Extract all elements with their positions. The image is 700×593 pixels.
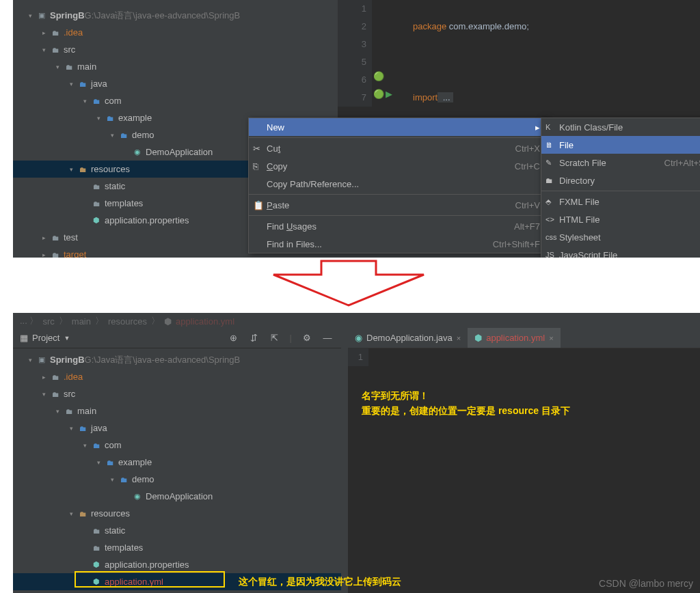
folder-icon: 🖿 — [91, 198, 102, 209]
folder-icon: 🖿 — [50, 232, 61, 243]
menu-label: Cut — [254, 143, 495, 154]
tree-item-example[interactable]: ▾🖿example — [13, 454, 341, 471]
menu-item-find-in-files-[interactable]: Find in Files...Ctrl+Shift+F — [249, 235, 548, 253]
expand-icon[interactable]: ⇵ — [249, 333, 260, 344]
menu-item-cut[interactable]: ✂CutCtrl+X — [249, 139, 548, 157]
chevron-icon[interactable]: ▾ — [68, 510, 75, 517]
shortcut: Ctrl+Shift+F — [493, 239, 540, 249]
menu-label: Scratch File — [547, 158, 644, 168]
tree-item-main[interactable]: ▾🖿main — [13, 402, 341, 419]
tree-item-src[interactable]: ▾🖿src — [13, 385, 341, 402]
submenu-item-html-file[interactable]: <>HTML File — [541, 210, 700, 228]
close-icon[interactable]: × — [457, 334, 461, 342]
project-tree-bottom[interactable]: ▾▣SpringB G:\Java语言\java-ee-advanced\Spr… — [13, 351, 341, 590]
project-tool-icon[interactable]: ▦ — [20, 333, 28, 343]
menu-item-paste[interactable]: 📋PasteCtrl+V — [249, 196, 548, 214]
tree-item-java[interactable]: ▾🖿java — [13, 75, 331, 92]
context-menu[interactable]: New▸✂CutCtrl+X⎘CopyCtrl+CCopy Path/Refer… — [248, 118, 549, 253]
yml-icon: ⬢ — [474, 333, 482, 343]
pkg-icon: 🖿 — [77, 79, 88, 89]
locate-icon[interactable]: ⊕ — [228, 333, 239, 344]
dir-icon: 🖿 — [546, 176, 556, 184]
chevron-icon[interactable]: ▾ — [40, 391, 47, 398]
tree-label: demo — [132, 130, 154, 140]
tree-item-springb[interactable]: ▾▣SpringB G:\Java语言\java-ee-advanced\Spr… — [13, 351, 341, 368]
submenu-item-fxml-file[interactable]: ⬘FXML File — [541, 193, 700, 210]
chevron-icon[interactable]: ▾ — [68, 425, 75, 432]
close-icon[interactable]: × — [549, 334, 553, 342]
menu-item-find-usages[interactable]: Find UsagesAlt+F7 — [249, 217, 548, 235]
scratch-icon: ✎ — [546, 158, 556, 167]
project-label[interactable]: Project — [32, 333, 59, 343]
chevron-icon[interactable]: ▸ — [40, 234, 47, 241]
pkg-icon: 🖿 — [77, 423, 88, 434]
tree-item--idea[interactable]: ▸🖿.idea — [13, 368, 341, 385]
chevron-icon[interactable]: ▾ — [95, 115, 102, 122]
tree-label: DemoApplication — [146, 491, 213, 501]
chevron-icon[interactable]: ▾ — [81, 98, 88, 105]
tree-item-src[interactable]: ▾🖿src — [13, 41, 331, 58]
tree-label: .idea — [64, 27, 83, 38]
submenu-item-directory[interactable]: 🖿Directory — [541, 171, 700, 189]
tree-item-java[interactable]: ▾🖿java — [13, 419, 341, 437]
dropdown-icon[interactable]: ▼ — [64, 335, 70, 342]
submenu-item-scratch-file[interactable]: ✎Scratch FileCtrl+Alt+Sh — [541, 154, 700, 171]
chevron-icon[interactable]: ▾ — [27, 12, 33, 19]
chevron-icon[interactable]: ▾ — [54, 408, 61, 415]
chevron-icon[interactable]: ▾ — [109, 476, 116, 483]
tree-label: example — [118, 457, 152, 467]
hide-icon[interactable]: — — [322, 333, 333, 344]
context-submenu-new[interactable]: KKotlin Class/File🗎File✎Scratch FileCtrl… — [541, 118, 700, 258]
tree-item-demoapplication[interactable]: ◉DemoApplication — [13, 488, 341, 505]
tree-item-templates[interactable]: 🖿templates — [13, 539, 341, 556]
chevron-icon[interactable]: ▾ — [27, 357, 33, 363]
folder-icon: 🖿 — [50, 27, 61, 38]
tree-item-com[interactable]: ▾🖿com — [13, 437, 341, 454]
collapse-icon[interactable]: ⇱ — [269, 333, 280, 344]
tab-application-yml[interactable]: ⬢application.yml× — [468, 328, 560, 348]
menu-label: Copy — [254, 161, 494, 171]
tree-label: static — [105, 181, 125, 191]
annotation-text-1: 名字到无所谓！ 重要的是，创建的位置一定要是 resource 目录下 — [362, 388, 570, 418]
tree-item-resources[interactable]: ▾🖿resources — [13, 505, 341, 522]
breadcrumb[interactable]: ... 〉src〉 main〉 resources〉 ⬢application.… — [20, 315, 234, 327]
chevron-icon[interactable]: ▾ — [81, 442, 88, 449]
yml-icon: ⬢ — [91, 560, 102, 570]
tree-item-static[interactable]: 🖿static — [13, 522, 341, 539]
tree-item-springb[interactable]: ▾▣SpringB G:\Java语言\java-ee-advanced\Spr… — [13, 7, 331, 24]
chevron-icon[interactable]: ▾ — [68, 166, 75, 173]
chevron-icon[interactable]: ▸ — [40, 374, 47, 381]
menu-label: HTML File — [547, 215, 700, 225]
chevron-icon[interactable]: ▸ — [40, 29, 47, 36]
submenu-item-kotlin-class-file[interactable]: KKotlin Class/File — [541, 118, 700, 136]
code-editor-bottom[interactable]: 1 — [348, 348, 700, 593]
tree-label: templates — [105, 198, 143, 208]
menu-item-copy-path-reference-[interactable]: Copy Path/Reference... — [249, 175, 548, 193]
chevron-icon[interactable]: ▾ — [95, 459, 102, 466]
submenu-item-stylesheet[interactable]: cssStylesheet — [541, 228, 700, 246]
tree-label: templates — [105, 542, 143, 553]
menu-item-copy[interactable]: ⎘CopyCtrl+C — [249, 157, 548, 175]
menu-item-new[interactable]: New▸ — [249, 118, 548, 136]
menu-label: Stylesheet — [547, 232, 700, 243]
chevron-icon[interactable]: ▸ — [40, 251, 47, 258]
run-gutter-icon[interactable]: 🟢▶ — [373, 89, 392, 99]
tab-demoapplication-java[interactable]: ◉DemoApplication.java× — [348, 328, 468, 348]
settings-icon[interactable]: ⚙ — [301, 333, 312, 344]
code-editor-top[interactable]: 1 2 3 5 6 7 🟢 🟢▶ package com.example.dem… — [338, 0, 700, 123]
chevron-icon[interactable]: ▾ — [109, 132, 116, 139]
editor-tabs[interactable]: ◉DemoApplication.java×⬢application.yml× — [348, 328, 700, 348]
tree-item--idea[interactable]: ▸🖿.idea — [13, 24, 331, 41]
java-icon: ◉ — [132, 491, 143, 502]
tree-item-com[interactable]: ▾🖿com — [13, 92, 331, 109]
submenu-item-javascript-file[interactable]: JSJavaScript File — [541, 246, 700, 258]
tree-item-demo[interactable]: ▾🖿demo — [13, 471, 341, 488]
tree-item-main[interactable]: ▾🖿main — [13, 58, 331, 75]
css-icon: css — [546, 233, 556, 241]
menu-label: Kotlin Class/File — [547, 122, 700, 133]
chevron-icon[interactable]: ▾ — [40, 46, 47, 53]
pkg-icon: 🖿 — [118, 130, 129, 141]
chevron-icon[interactable]: ▾ — [54, 64, 61, 70]
chevron-icon[interactable]: ▾ — [68, 81, 75, 87]
submenu-item-file[interactable]: 🗎File — [541, 136, 700, 154]
